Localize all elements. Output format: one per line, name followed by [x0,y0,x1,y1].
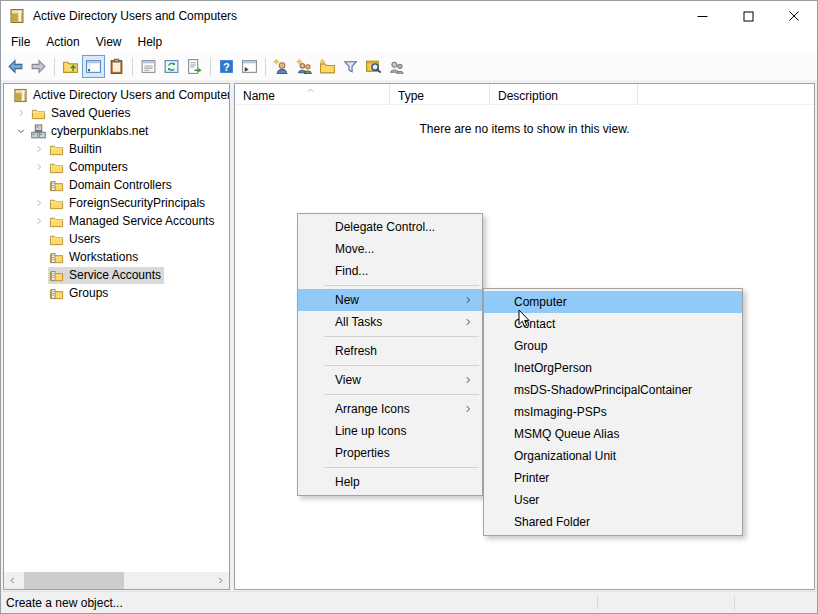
tree-item-cyberpunklabs-net[interactable]: cyberpunklabs.net [4,122,229,140]
minimize-button[interactable] [679,1,725,31]
tree-item-domain-controllers[interactable]: Domain Controllers [4,176,229,194]
new-user-button[interactable] [270,55,293,78]
context-menu-item-move[interactable]: Move... [298,238,482,260]
menu-bar: File Action View Help [1,31,817,53]
up-one-level-icon [62,58,79,75]
status-text: Create a new object... [6,596,123,610]
submenu-item-printer[interactable]: Printer [484,467,742,489]
chevron-down-icon[interactable] [12,122,30,140]
submenu-arrow-icon [463,404,473,414]
submenu-item-msmq-queue-alias[interactable]: MSMQ Queue Alias [484,423,742,445]
tree-item-label: Groups [69,286,108,300]
help-button[interactable]: ? [215,55,238,78]
menu-file[interactable]: File [3,32,38,52]
context-menu-item-line-up-icons[interactable]: Line up Icons [298,420,482,442]
tree-item-groups[interactable]: Groups [4,284,229,302]
window-title: Active Directory Users and Computers [33,9,237,23]
scroll-right-button[interactable] [212,572,229,589]
submenu-item-msimaging-psps[interactable]: msImaging-PSPs [484,401,742,423]
menu-separator [324,467,479,468]
find-button[interactable] [362,55,385,78]
submenu-item-msds-shadowprincipalcontainer[interactable]: msDS-ShadowPrincipalContainer [484,379,742,401]
help-icon: ? [218,58,235,75]
menu-item-label: Group [514,339,547,353]
delegate-button[interactable] [385,55,408,78]
tree-item-label: Domain Controllers [69,178,172,192]
scroll-left-button[interactable] [4,572,21,589]
toolbar-separator [210,58,211,76]
forward-button[interactable] [27,55,50,78]
submenu-arrow-icon [463,317,473,327]
toolbar-separator [132,58,133,76]
chevron-right-icon[interactable] [30,194,48,212]
folder-icon [49,160,64,175]
console-icon [13,88,28,103]
submenu-item-inetorgperson[interactable]: InetOrgPerson [484,357,742,379]
context-menu-item-find[interactable]: Find... [298,260,482,282]
tree-horizontal-scrollbar[interactable] [4,572,229,589]
properties-button[interactable] [137,55,160,78]
up-one-level-button[interactable] [59,55,82,78]
chevron-right-icon[interactable] [12,104,30,122]
tree-item-computers[interactable]: Computers [4,158,229,176]
menu-action[interactable]: Action [38,32,87,52]
show-window-button[interactable] [238,55,261,78]
tree-item-builtin[interactable]: Builtin [4,140,229,158]
new-org-unit-button[interactable] [316,55,339,78]
back-button[interactable] [4,55,27,78]
tree-item-workstations[interactable]: Workstations [4,248,229,266]
minimize-icon [697,11,708,22]
tree-item-service-accounts[interactable]: Service Accounts [4,266,229,284]
tree-item-users[interactable]: Users [4,230,229,248]
submenu-arrow-icon [463,295,473,305]
column-header-type[interactable]: Type [390,84,490,105]
export-list-button[interactable] [183,55,206,78]
submenu-item-user[interactable]: User [484,489,742,511]
tree-item-label: Computers [69,160,128,174]
context-menu-item-properties[interactable]: Properties [298,442,482,464]
new-group-icon [296,58,313,75]
menu-help[interactable]: Help [130,32,171,52]
tree-item-saved-queries[interactable]: Saved Queries [4,104,229,122]
mouse-cursor [518,309,531,328]
folder-icon [49,142,64,157]
context-menu: Delegate Control...Move...Find...NewAll … [297,213,483,496]
menu-view[interactable]: View [88,32,130,52]
context-menu-item-help[interactable]: Help [298,471,482,493]
context-menu-item-delegate-control[interactable]: Delegate Control... [298,216,482,238]
new-group-button[interactable] [293,55,316,78]
menu-item-label: All Tasks [335,315,382,329]
chevron-right-icon[interactable] [30,140,48,158]
submenu-item-group[interactable]: Group [484,335,742,357]
submenu-item-organizational-unit[interactable]: Organizational Unit [484,445,742,467]
back-arrow-icon [7,58,24,75]
show-window-icon [241,58,258,75]
statusbar-divider [597,595,598,610]
scrollbar-thumb[interactable] [24,572,124,589]
chevron-right-icon[interactable] [30,158,48,176]
chevron-right-icon[interactable] [30,212,48,230]
menu-item-label: msImaging-PSPs [514,405,607,419]
console-tree-toggle-button[interactable] [82,55,105,78]
refresh-button[interactable] [160,55,183,78]
context-menu-item-view[interactable]: View [298,369,482,391]
ou-icon [49,250,64,265]
folder-icon [49,214,64,229]
menu-separator [324,285,479,286]
context-menu-item-arrange-icons[interactable]: Arrange Icons [298,398,482,420]
tree-item-active-directory-users-and-computers[interactable]: Active Directory Users and Computers [4,86,229,104]
context-menu-item-all-tasks[interactable]: All Tasks [298,311,482,333]
maximize-button[interactable] [725,1,771,31]
tree-item-label: Saved Queries [51,106,130,120]
context-menu-item-new[interactable]: New [298,289,482,311]
tree-item-label: Service Accounts [69,268,161,282]
close-button[interactable] [771,1,817,31]
clipboard-button[interactable] [105,55,128,78]
submenu-item-shared-folder[interactable]: Shared Folder [484,511,742,533]
tree-item-foreignsecurityprincipals[interactable]: ForeignSecurityPrincipals [4,194,229,212]
context-menu-item-refresh[interactable]: Refresh [298,340,482,362]
folder-icon [49,196,64,211]
column-header-description[interactable]: Description [490,84,638,105]
filter-button[interactable] [339,55,362,78]
tree-item-managed-service-accounts[interactable]: Managed Service Accounts [4,212,229,230]
